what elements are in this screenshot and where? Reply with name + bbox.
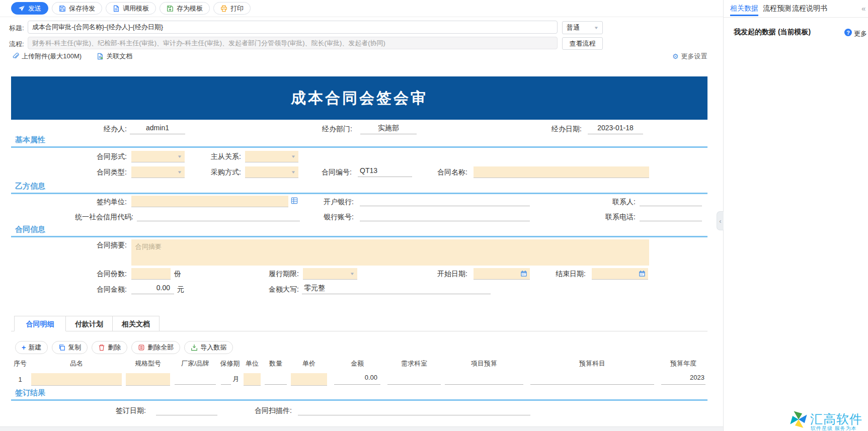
flow-input[interactable] [28, 37, 558, 49]
tab-contract-detail[interactable]: 合同明细 [14, 316, 66, 331]
row-brand-field[interactable] [175, 374, 216, 385]
section-partyb-title: 乙方信息 [15, 182, 45, 191]
contract-name-input[interactable] [474, 166, 649, 178]
section-sign-result-title: 签订结果 [15, 388, 45, 398]
related-docs-link[interactable]: 关联文档 [97, 52, 132, 61]
row-price-input[interactable] [291, 373, 327, 386]
sign-date-field[interactable] [156, 405, 217, 415]
copies-input[interactable] [131, 268, 171, 280]
more-link[interactable]: 更多 [854, 29, 867, 38]
summary-textarea[interactable] [131, 239, 649, 266]
view-flow-button[interactable]: 查看流程 [562, 37, 603, 50]
tab-payment-plan[interactable]: 付款计划 [65, 316, 113, 331]
agent-dept-field[interactable]: 实施部 [360, 124, 417, 134]
section-basic-title: 基本属性 [15, 135, 45, 145]
trash-all-icon [138, 344, 145, 351]
agent-person-field[interactable]: admin1 [130, 124, 185, 134]
sign-date-label: 签订日期: [78, 406, 146, 415]
contract-scan-field[interactable] [298, 405, 530, 415]
agent-date-field[interactable]: 2023-01-18 [588, 124, 643, 134]
copy-row-button[interactable]: 复制 [52, 341, 88, 354]
agent-person-label: 经办人: [59, 125, 127, 134]
phone-field[interactable] [640, 211, 702, 221]
sign-unit-label: 签约单位: [59, 198, 127, 207]
row-spec-input[interactable] [126, 373, 170, 386]
my-data-section-title: 我发起的数据 (当前模板) [734, 28, 811, 37]
collapse-double-icon[interactable]: « [861, 4, 865, 13]
plus-icon: + [22, 343, 26, 352]
delete-all-button[interactable]: 删除全部 [131, 341, 180, 354]
amount-cn-field[interactable]: 零元整 [302, 284, 491, 294]
contact-field[interactable] [640, 196, 702, 206]
amount-field[interactable]: 0.00 [131, 284, 174, 294]
help-question-icon[interactable]: ? [844, 29, 852, 36]
section-sign-result-rule [11, 399, 707, 401]
template-save-green-icon [167, 5, 174, 12]
horizontal-scrollbar[interactable] [0, 426, 723, 431]
row-budget-subject-field[interactable] [530, 374, 654, 385]
amount-cn-label: 金额大写: [231, 285, 299, 294]
printer-icon [220, 5, 227, 12]
row-warranty-field[interactable] [221, 374, 231, 385]
save-pending-button[interactable]: 保存待发 [52, 2, 102, 15]
bank-label: 开户银行: [286, 198, 354, 207]
tab-related-data[interactable]: 相关数据 [730, 4, 758, 13]
send-button[interactable]: 发送 [11, 2, 48, 15]
chevron-down-icon: ▼ [291, 154, 296, 159]
upload-attachment-link[interactable]: 上传附件(最大100M) [12, 52, 82, 61]
tab-related-docs[interactable]: 相关文档 [112, 316, 160, 331]
active-tab-underline [730, 15, 758, 16]
row-budget-year-field[interactable]: 2023 [661, 374, 705, 385]
gear-icon: ⚙ [672, 52, 679, 60]
delete-row-button[interactable]: 删除 [92, 341, 127, 354]
import-icon [191, 344, 198, 351]
more-settings-link[interactable]: ⚙ 更多设置 [672, 52, 707, 61]
row-dept-field[interactable] [387, 374, 441, 385]
row-qty-field[interactable] [265, 374, 287, 385]
bank-account-label: 银行账号: [286, 213, 354, 222]
calendar-icon [639, 270, 646, 277]
title-label: 标题: [9, 24, 24, 33]
use-template-button[interactable]: 调用模板 [106, 2, 156, 15]
row-project-budget-field[interactable] [445, 374, 523, 385]
duration-select[interactable]: ▼ [303, 268, 357, 280]
tab-flow-forecast[interactable]: 流程预测 [763, 4, 791, 13]
add-row-button[interactable]: + 新建 [15, 341, 48, 354]
huigao-logo-slogan: 软件星级 服务为本 [811, 425, 857, 431]
row-amount-field[interactable]: 0.00 [334, 374, 380, 385]
contract-scan-label: 合同扫描件: [217, 406, 292, 415]
panel-collapse-handle[interactable]: ‹ [717, 211, 724, 230]
save-floppy-icon [59, 5, 66, 12]
flow-label: 流程: [9, 40, 24, 49]
phone-label: 联系电话: [568, 213, 636, 222]
table-row: 1 月 0.00 2023 [11, 372, 707, 386]
agent-dept-label: 经办部门: [285, 125, 352, 134]
bank-field[interactable] [360, 196, 530, 206]
detail-action-bar: + 新建 复制 删除 删除全部 导入数据 [15, 341, 233, 354]
purchase-method-label: 采购方式: [174, 168, 241, 177]
agent-date-label: 经办日期: [514, 125, 582, 134]
tab-flow-manual[interactable]: 流程说明书 [792, 4, 827, 13]
title-input[interactable] [28, 21, 558, 34]
bank-account-field[interactable] [360, 211, 530, 221]
copies-label: 合同份数: [59, 270, 127, 279]
import-data-button[interactable]: 导入数据 [184, 341, 233, 354]
row-index: 1 [11, 376, 29, 383]
credit-code-field[interactable] [137, 211, 300, 221]
amount-unit: 元 [177, 285, 184, 294]
paperclip-icon [12, 53, 19, 60]
trash-icon [98, 344, 105, 351]
contract-form-label: 合同形式: [59, 152, 127, 161]
master-slave-select[interactable]: ▼ [245, 151, 298, 162]
save-as-template-button[interactable]: 存为模板 [160, 2, 210, 15]
row-unit-input[interactable] [244, 373, 261, 386]
section-contract-rule [11, 236, 707, 237]
sign-unit-input[interactable] [131, 196, 288, 207]
print-button[interactable]: 打印 [213, 2, 251, 15]
huigao-logo-icon [789, 410, 808, 429]
priority-select[interactable]: 普通 ▼ [562, 21, 603, 34]
end-date-input[interactable] [592, 268, 648, 280]
copies-unit: 份 [174, 270, 181, 279]
section-partyb-rule [11, 193, 707, 194]
row-item-name-input[interactable] [31, 373, 122, 386]
